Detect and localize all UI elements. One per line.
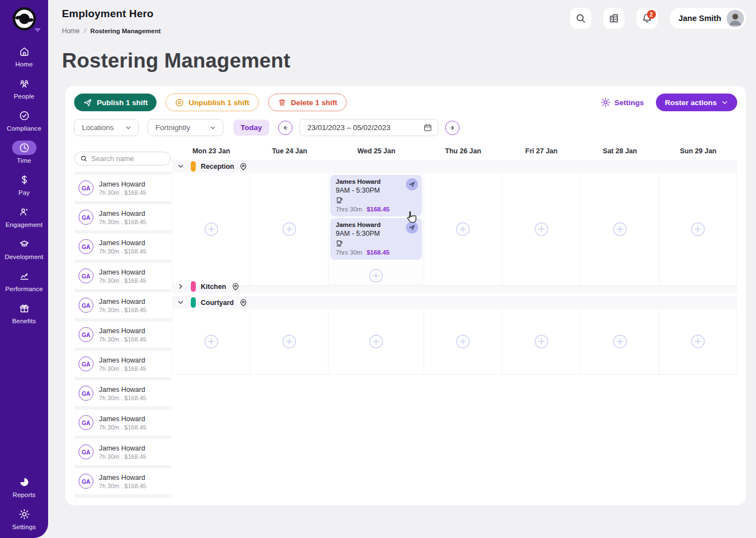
chevron-down-icon xyxy=(125,125,132,131)
roster-cell xyxy=(581,173,659,286)
employee-row[interactable]: GAJames Howard7h 30m . $168.45 xyxy=(74,263,171,289)
sidebar-item-time[interactable]: Time xyxy=(0,141,48,164)
employee-row[interactable]: GAJames Howard7h 30m . $168.45 xyxy=(74,292,171,318)
roster-card: Publish 1 shift Unpublish 1 shift Delete… xyxy=(65,86,746,505)
sidebar-item-label: Compliance xyxy=(7,125,41,132)
day-header-row: Mon 23 Jan Tue 24 Jan Wed 25 Jan Thu 26 … xyxy=(172,147,737,156)
people-icon xyxy=(12,76,37,91)
sidebar-item-compliance[interactable]: Compliance xyxy=(0,108,48,132)
shift-duration: 7hrs 30m xyxy=(336,206,362,213)
add-shift-button[interactable] xyxy=(456,334,470,349)
search-input[interactable] xyxy=(91,154,165,163)
breadcrumb-home-link[interactable]: Home xyxy=(62,27,80,35)
roster-settings-link[interactable]: Settings xyxy=(601,97,644,107)
shift-card[interactable]: James Howard 9AM - 5:30PM 7hrs 30m $168.… xyxy=(330,175,422,216)
employee-row[interactable]: GAJames Howard7h 30m . $168.45 xyxy=(74,204,171,230)
employee-row[interactable]: GAJames Howard7h 30m . $168.45 xyxy=(74,322,171,348)
employee-hours-cost: 7h 30m . $168.45 xyxy=(99,336,147,343)
delete-shift-button[interactable]: Delete 1 shift xyxy=(268,94,347,111)
add-shift-button[interactable] xyxy=(534,334,549,349)
add-shift-button[interactable] xyxy=(534,222,549,236)
avatar: GA xyxy=(79,298,93,313)
employee-row[interactable]: GAJames Howard7h 30m . $168.45 xyxy=(74,351,171,377)
employee-search[interactable] xyxy=(74,152,171,165)
chevron-right-icon[interactable] xyxy=(177,283,184,290)
roster-cell xyxy=(659,309,737,375)
chevron-down-icon[interactable] xyxy=(177,299,184,306)
employee-row[interactable]: GAJames Howard7h 30m . $168.45 xyxy=(74,439,171,465)
section-color-marker xyxy=(191,281,196,292)
day-header: Wed 25 Jan xyxy=(329,147,424,156)
add-shift-button[interactable] xyxy=(691,222,705,236)
add-shift-button[interactable] xyxy=(613,334,627,349)
day-header: Sat 28 Jan xyxy=(581,147,659,156)
add-shift-button[interactable] xyxy=(691,334,705,349)
next-period-button[interactable] xyxy=(445,121,460,135)
break-mug-icon xyxy=(336,239,344,247)
period-select[interactable]: Fortnightly xyxy=(148,119,223,136)
period-select-value: Fortnightly xyxy=(155,123,190,132)
chevron-down-icon xyxy=(721,99,728,106)
employee-hours-cost: 7h 30m . $168.45 xyxy=(99,248,147,255)
employee-row[interactable]: GAJames Howard7h 30m . $168.45 xyxy=(74,380,171,406)
sidebar-item-home[interactable]: Home xyxy=(0,44,48,68)
sidebar-item-performance[interactable]: Performance xyxy=(0,269,48,292)
section-header-reception[interactable]: Reception xyxy=(172,160,737,173)
employee-hours-cost: 7h 30m . $168.45 xyxy=(99,424,147,431)
section-header-courtyard[interactable]: Courtyard xyxy=(172,296,737,309)
company-logo[interactable] xyxy=(12,7,37,31)
add-shift-button[interactable] xyxy=(456,222,470,236)
profile-menu[interactable]: Jane Smith xyxy=(670,8,746,29)
add-shift-button[interactable] xyxy=(204,222,218,236)
employee-row[interactable]: GAJames Howard7h 30m . $168.45 xyxy=(74,410,171,436)
arrow-left-icon xyxy=(281,124,289,132)
shift-card[interactable]: James Howard 9AM - 5:30PM 7hrs 30m $168.… xyxy=(330,218,422,260)
unpublish-shift-button[interactable]: Unpublish 1 shift xyxy=(165,94,259,111)
sidebar-item-benefits[interactable]: Benefits xyxy=(0,301,48,324)
add-shift-button[interactable] xyxy=(369,334,383,349)
sidebar-item-settings[interactable]: Settings xyxy=(0,507,48,530)
sidebar-item-pay[interactable]: Pay xyxy=(0,173,48,196)
add-shift-button[interactable] xyxy=(282,334,296,349)
previous-period-button[interactable] xyxy=(278,121,293,135)
employee-hours-cost: 7h 30m . $168.45 xyxy=(99,483,147,489)
shift-time: 9AM - 5:30PM xyxy=(336,230,416,237)
employee-row[interactable]: GAJames Howard7h 30m . $168.45 xyxy=(74,234,171,260)
date-range-input[interactable]: 23/01/2023 – 05/02/2023 xyxy=(299,119,439,136)
roster-actions-button[interactable]: Roster actions xyxy=(656,94,737,111)
employee-row[interactable]: GAJames Howard7h 30m . $168.45 xyxy=(74,175,171,201)
locations-select[interactable]: Locations xyxy=(74,119,139,136)
sidebar-item-reports[interactable]: Reports xyxy=(0,475,48,498)
notifications-button[interactable]: 2 xyxy=(637,8,658,29)
avatar: GA xyxy=(79,444,93,459)
topbar: Employment Hero Home / Rostering Managem… xyxy=(62,0,746,35)
add-shift-button[interactable] xyxy=(282,222,296,236)
shift-time: 9AM - 5:30PM xyxy=(336,187,416,194)
sidebar-item-engagement[interactable]: Engagement xyxy=(0,205,48,228)
app-title: Employment Hero xyxy=(62,8,161,20)
sidebar-item-people[interactable]: People xyxy=(0,76,48,100)
line-chart-icon xyxy=(12,269,37,283)
clock-icon xyxy=(12,141,37,155)
send-icon xyxy=(409,224,415,231)
roster-cell xyxy=(172,309,251,375)
day-header: Mon 23 Jan xyxy=(172,147,251,156)
avatar xyxy=(727,10,744,27)
search-button[interactable] xyxy=(570,8,591,29)
chevron-down-icon[interactable] xyxy=(177,163,184,170)
breadcrumb-separator: / xyxy=(84,27,86,35)
add-shift-button[interactable] xyxy=(369,268,383,283)
arrow-right-icon xyxy=(449,124,456,132)
graduation-cap-icon xyxy=(12,237,37,251)
employee-name: James Howard xyxy=(99,356,147,364)
add-shift-button[interactable] xyxy=(204,334,218,349)
publish-shift-button[interactable]: Publish 1 shift xyxy=(74,94,157,111)
employee-name: James Howard xyxy=(99,180,147,188)
today-button[interactable]: Today xyxy=(233,120,269,136)
add-shift-button[interactable] xyxy=(613,222,627,236)
gift-icon xyxy=(12,301,37,315)
sidebar-item-development[interactable]: Development xyxy=(0,237,48,260)
organisation-button[interactable] xyxy=(603,8,624,29)
employee-row[interactable]: GAJames Howard7h 30m . $168.45 xyxy=(74,468,171,494)
published-badge xyxy=(406,221,418,234)
